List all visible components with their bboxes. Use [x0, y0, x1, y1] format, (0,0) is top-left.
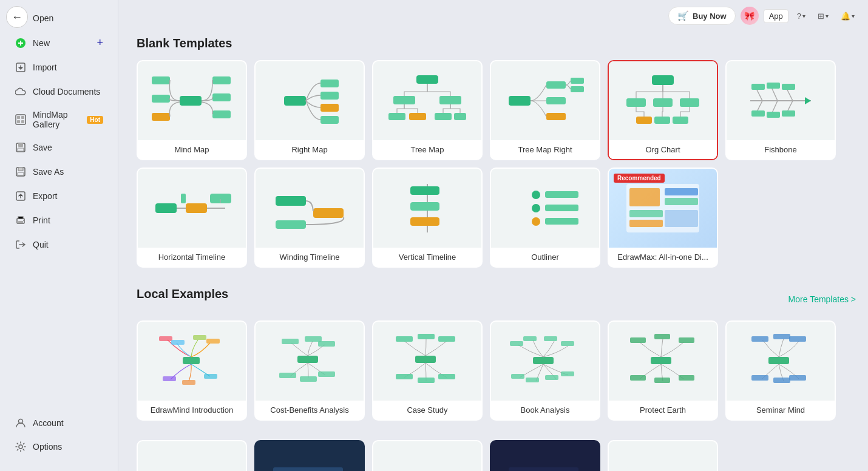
template-card-extra-4[interactable]	[490, 440, 600, 471]
svg-rect-60	[782, 110, 795, 117]
template-card-image-outliner	[491, 169, 599, 248]
template-card-image-tree-map-right	[491, 61, 599, 140]
template-card-label-outliner: Outliner	[491, 248, 599, 266]
grid-button[interactable]: ⊞ ▾	[814, 9, 832, 23]
svg-rect-107	[510, 341, 523, 346]
notif-chevron: ▾	[852, 13, 855, 19]
grid-icon: ⊞	[818, 12, 824, 21]
template-card-book-analysis[interactable]: Book Analysis	[490, 320, 600, 421]
svg-rect-135	[509, 467, 578, 471]
sidebar-item-cloud[interactable]: Cloud Documents	[4, 80, 114, 103]
svg-rect-80	[665, 198, 698, 205]
svg-rect-43	[546, 97, 566, 104]
template-card-label-mind-map: Mind Map	[138, 140, 246, 159]
svg-rect-53	[673, 117, 688, 124]
template-card-label-org-chart: Org Chart	[609, 140, 717, 159]
template-card-extra-5[interactable]	[608, 440, 718, 471]
svg-rect-95	[318, 341, 335, 347]
template-card-winding-timeline[interactable]: Winding Timeline	[254, 168, 365, 268]
template-card-label-vertical-timeline: Vertical Timeline	[373, 248, 481, 266]
svg-rect-46	[571, 86, 584, 92]
more-templates-link[interactable]: More Templates >	[788, 294, 856, 304]
notification-button[interactable]: 🔔 ▾	[837, 9, 858, 23]
app-label[interactable]: App	[764, 9, 788, 23]
template-card-case-study[interactable]: Case Study	[372, 320, 483, 421]
sidebar-item-print[interactable]: Print	[4, 209, 114, 232]
svg-rect-58	[767, 112, 780, 118]
template-card-extra-3[interactable]	[372, 440, 483, 471]
template-card-image-extra-1	[138, 441, 246, 471]
import-icon	[15, 61, 27, 73]
svg-rect-134	[391, 467, 461, 471]
svg-rect-40	[454, 113, 466, 120]
template-card-fishbone[interactable]: Fishbone	[725, 60, 836, 160]
template-card-image-book-analysis	[491, 322, 599, 401]
svg-rect-85	[159, 336, 172, 341]
sidebar-item-save[interactable]: Save	[4, 136, 114, 159]
template-card-image-winding-timeline	[256, 169, 364, 248]
svg-rect-47	[652, 75, 674, 85]
template-card-cost-benefits[interactable]: Cost-Benefits Analysis	[254, 320, 365, 421]
template-card-seminar-mind[interactable]: Seminar Mind	[725, 320, 836, 421]
svg-rect-37	[388, 113, 405, 120]
sidebar-item-save-as[interactable]: Save As	[4, 160, 114, 183]
recommended-badge: Recommended	[614, 174, 665, 183]
template-card-extra-1[interactable]	[137, 440, 247, 471]
svg-rect-51	[636, 117, 652, 124]
help-button[interactable]: ? ▾	[793, 9, 809, 23]
sidebar-item-export[interactable]: Export	[4, 185, 114, 208]
sidebar-item-label: Save	[33, 143, 52, 152]
sidebar-item-gallery[interactable]: MindMap Gallery Hot	[4, 104, 114, 135]
svg-rect-96	[279, 373, 296, 378]
svg-rect-64	[181, 194, 186, 203]
svg-rect-23	[152, 76, 170, 84]
template-card-tree-map[interactable]: Tree Map	[372, 60, 483, 160]
template-card-org-chart[interactable]: Org Chart	[608, 60, 718, 160]
svg-rect-61	[155, 203, 177, 213]
svg-rect-110	[561, 341, 574, 346]
svg-rect-97	[300, 376, 317, 382]
svg-rect-83	[665, 210, 698, 227]
template-card-image-edrawmind-intro	[138, 322, 246, 401]
sidebar-item-import[interactable]: Import	[4, 56, 114, 79]
template-card-tree-map-right[interactable]: Tree Map Right	[490, 60, 600, 160]
sidebar-item-quit[interactable]: Quit	[4, 233, 114, 256]
template-card-protect-earth[interactable]: Protect Earth	[608, 320, 718, 421]
template-card-edrawmind-intro[interactable]: EdrawMind Introduction	[137, 320, 247, 421]
svg-rect-119	[630, 375, 646, 381]
sidebar-item-label: Account	[33, 418, 64, 428]
avatar[interactable]: 🎀	[741, 7, 759, 25]
svg-rect-122	[768, 357, 789, 364]
template-card-mind-map[interactable]: Mind Map	[137, 60, 247, 160]
sidebar-item-label: Print	[33, 215, 50, 225]
sidebar-item-options[interactable]: Options	[4, 435, 114, 458]
template-card-label-edrawmax: EdrawMax: All-in-one Di...	[609, 248, 717, 266]
svg-rect-120	[654, 378, 670, 383]
template-card-outliner[interactable]: Outliner	[490, 168, 600, 268]
svg-rect-129	[155, 467, 225, 471]
svg-rect-115	[651, 357, 671, 364]
svg-point-71	[532, 191, 540, 199]
buy-now-button[interactable]: 🛒 Buy Now	[668, 7, 736, 25]
template-card-edrawmax[interactable]: Recommended EdrawMax: All-in-one Di...	[608, 168, 718, 268]
template-card-label-protect-earth: Protect Earth	[609, 401, 717, 419]
main-content: 🛒 Buy Now 🎀 App ? ▾ ⊞ ▾ 🔔 ▾ Blank Templa…	[118, 0, 868, 471]
template-card-right-map[interactable]: Right Map	[254, 60, 365, 160]
template-card-vertical-timeline[interactable]: Vertical Timeline	[372, 168, 483, 268]
template-card-horizontal-timeline[interactable]: Horizontal Timeline	[137, 168, 247, 268]
sidebar: Open New + Import Cloud Documents MindMa…	[0, 0, 118, 471]
blank-templates-title: Blank Templates	[137, 36, 856, 50]
template-card-label-winding-timeline: Winding Timeline	[256, 248, 364, 266]
svg-rect-79	[665, 188, 698, 195]
svg-rect-62	[186, 203, 207, 213]
sidebar-item-new[interactable]: New +	[4, 31, 114, 55]
svg-rect-123	[751, 336, 768, 342]
back-button[interactable]: ←	[6, 6, 28, 28]
svg-rect-99	[415, 356, 436, 363]
svg-rect-130	[273, 467, 343, 471]
sidebar-item-account[interactable]: Account	[4, 412, 114, 435]
svg-rect-81	[629, 210, 663, 217]
svg-rect-112	[526, 378, 539, 382]
print-icon	[15, 214, 27, 226]
template-card-extra-2[interactable]	[254, 440, 365, 471]
